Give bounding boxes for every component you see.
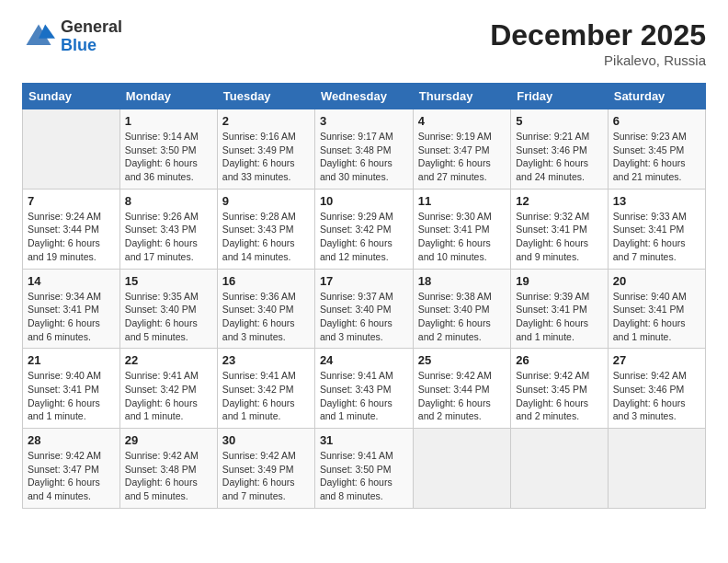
day-info: Sunrise: 9:42 AM Sunset: 3:45 PM Dayligh… [516,369,603,423]
day-cell: 6Sunrise: 9:23 AM Sunset: 3:45 PM Daylig… [608,109,705,190]
day-cell: 15Sunrise: 9:35 AM Sunset: 3:40 PM Dayli… [119,269,217,349]
day-number: 6 [613,114,700,128]
day-info: Sunrise: 9:36 AM Sunset: 3:40 PM Dayligh… [222,290,310,344]
day-number: 31 [320,433,408,447]
header-cell-thursday: Thursday [413,84,510,109]
day-info: Sunrise: 9:37 AM Sunset: 3:40 PM Dayligh… [320,290,408,344]
day-number: 11 [418,194,506,208]
day-cell: 4Sunrise: 9:19 AM Sunset: 3:47 PM Daylig… [413,109,510,190]
day-info: Sunrise: 9:28 AM Sunset: 3:43 PM Dayligh… [222,210,310,264]
day-info: Sunrise: 9:35 AM Sunset: 3:40 PM Dayligh… [125,290,212,344]
day-number: 29 [125,433,212,447]
day-cell: 12Sunrise: 9:32 AM Sunset: 3:41 PM Dayli… [511,189,609,269]
day-number: 20 [613,274,700,288]
day-number: 22 [125,353,212,367]
day-cell: 2Sunrise: 9:16 AM Sunset: 3:49 PM Daylig… [217,109,314,190]
day-number: 9 [222,194,310,208]
day-number: 1 [125,114,212,128]
logo-blue: Blue [61,37,122,55]
day-info: Sunrise: 9:41 AM Sunset: 3:50 PM Dayligh… [320,449,408,503]
day-number: 26 [516,353,603,367]
day-cell: 24Sunrise: 9:41 AM Sunset: 3:43 PM Dayli… [314,349,413,429]
day-number: 25 [418,353,506,367]
logo: General Blue [22,18,122,55]
day-cell: 28Sunrise: 9:42 AM Sunset: 3:47 PM Dayli… [23,429,120,509]
logo-icon [22,20,55,53]
day-number: 17 [320,274,408,288]
day-info: Sunrise: 9:42 AM Sunset: 3:49 PM Dayligh… [222,449,310,503]
day-cell: 13Sunrise: 9:33 AM Sunset: 3:41 PM Dayli… [608,189,705,269]
day-info: Sunrise: 9:41 AM Sunset: 3:43 PM Dayligh… [320,369,408,423]
day-cell: 25Sunrise: 9:42 AM Sunset: 3:44 PM Dayli… [413,349,510,429]
day-number: 2 [222,114,310,128]
day-info: Sunrise: 9:41 AM Sunset: 3:42 PM Dayligh… [125,369,212,423]
logo-text: General Blue [61,18,122,55]
day-number: 12 [516,194,603,208]
calendar-header: SundayMondayTuesdayWednesdayThursdayFrid… [23,84,706,109]
day-info: Sunrise: 9:42 AM Sunset: 3:47 PM Dayligh… [28,449,115,503]
day-cell: 29Sunrise: 9:42 AM Sunset: 3:48 PM Dayli… [119,429,217,509]
day-number: 4 [418,114,506,128]
day-cell: 7Sunrise: 9:24 AM Sunset: 3:44 PM Daylig… [23,189,120,269]
day-cell: 9Sunrise: 9:28 AM Sunset: 3:43 PM Daylig… [217,189,314,269]
day-number: 15 [125,274,212,288]
day-info: Sunrise: 9:42 AM Sunset: 3:44 PM Dayligh… [418,369,506,423]
header-cell-wednesday: Wednesday [314,84,413,109]
day-info: Sunrise: 9:38 AM Sunset: 3:40 PM Dayligh… [418,290,506,344]
day-number: 16 [222,274,310,288]
day-info: Sunrise: 9:42 AM Sunset: 3:48 PM Dayligh… [125,449,212,503]
day-number: 10 [320,194,408,208]
day-info: Sunrise: 9:30 AM Sunset: 3:41 PM Dayligh… [418,210,506,264]
day-info: Sunrise: 9:34 AM Sunset: 3:41 PM Dayligh… [28,290,115,344]
day-info: Sunrise: 9:16 AM Sunset: 3:49 PM Dayligh… [222,130,310,184]
day-number: 30 [222,433,310,447]
week-row-3: 21Sunrise: 9:40 AM Sunset: 3:41 PM Dayli… [23,349,706,429]
day-cell [413,429,510,509]
month-title: December 2025 [490,18,706,52]
day-info: Sunrise: 9:41 AM Sunset: 3:42 PM Dayligh… [222,369,310,423]
day-cell: 3Sunrise: 9:17 AM Sunset: 3:48 PM Daylig… [314,109,413,190]
day-info: Sunrise: 9:14 AM Sunset: 3:50 PM Dayligh… [125,130,212,184]
day-cell: 1Sunrise: 9:14 AM Sunset: 3:50 PM Daylig… [119,109,217,190]
page-header: General Blue December 2025 Pikalevo, Rus… [22,18,706,68]
calendar-table: SundayMondayTuesdayWednesdayThursdayFrid… [22,83,706,509]
day-info: Sunrise: 9:17 AM Sunset: 3:48 PM Dayligh… [320,130,408,184]
day-cell: 22Sunrise: 9:41 AM Sunset: 3:42 PM Dayli… [119,349,217,429]
day-cell: 19Sunrise: 9:39 AM Sunset: 3:41 PM Dayli… [511,269,609,349]
day-cell: 11Sunrise: 9:30 AM Sunset: 3:41 PM Dayli… [413,189,510,269]
day-info: Sunrise: 9:26 AM Sunset: 3:43 PM Dayligh… [125,210,212,264]
day-info: Sunrise: 9:42 AM Sunset: 3:46 PM Dayligh… [613,369,700,423]
header-cell-sunday: Sunday [23,84,120,109]
day-cell: 8Sunrise: 9:26 AM Sunset: 3:43 PM Daylig… [119,189,217,269]
day-number: 24 [320,353,408,367]
day-number: 7 [28,194,115,208]
location: Pikalevo, Russia [490,52,706,68]
header-row: SundayMondayTuesdayWednesdayThursdayFrid… [23,84,706,109]
day-cell: 14Sunrise: 9:34 AM Sunset: 3:41 PM Dayli… [23,269,120,349]
day-number: 14 [28,274,115,288]
week-row-0: 1Sunrise: 9:14 AM Sunset: 3:50 PM Daylig… [23,109,706,190]
day-number: 18 [418,274,506,288]
day-number: 23 [222,353,310,367]
week-row-4: 28Sunrise: 9:42 AM Sunset: 3:47 PM Dayli… [23,429,706,509]
day-cell: 16Sunrise: 9:36 AM Sunset: 3:40 PM Dayli… [217,269,314,349]
header-cell-saturday: Saturday [608,84,705,109]
day-cell: 21Sunrise: 9:40 AM Sunset: 3:41 PM Dayli… [23,349,120,429]
header-cell-tuesday: Tuesday [217,84,314,109]
day-cell [23,109,120,190]
day-number: 3 [320,114,408,128]
day-info: Sunrise: 9:24 AM Sunset: 3:44 PM Dayligh… [28,210,115,264]
day-cell: 31Sunrise: 9:41 AM Sunset: 3:50 PM Dayli… [314,429,413,509]
day-cell: 27Sunrise: 9:42 AM Sunset: 3:46 PM Dayli… [608,349,705,429]
calendar-body: 1Sunrise: 9:14 AM Sunset: 3:50 PM Daylig… [23,109,706,509]
header-cell-monday: Monday [119,84,217,109]
week-row-1: 7Sunrise: 9:24 AM Sunset: 3:44 PM Daylig… [23,189,706,269]
day-cell: 23Sunrise: 9:41 AM Sunset: 3:42 PM Dayli… [217,349,314,429]
day-cell: 5Sunrise: 9:21 AM Sunset: 3:46 PM Daylig… [511,109,609,190]
day-number: 13 [613,194,700,208]
day-number: 8 [125,194,212,208]
day-info: Sunrise: 9:23 AM Sunset: 3:45 PM Dayligh… [613,130,700,184]
day-info: Sunrise: 9:40 AM Sunset: 3:41 PM Dayligh… [613,290,700,344]
day-info: Sunrise: 9:40 AM Sunset: 3:41 PM Dayligh… [28,369,115,423]
day-cell: 17Sunrise: 9:37 AM Sunset: 3:40 PM Dayli… [314,269,413,349]
